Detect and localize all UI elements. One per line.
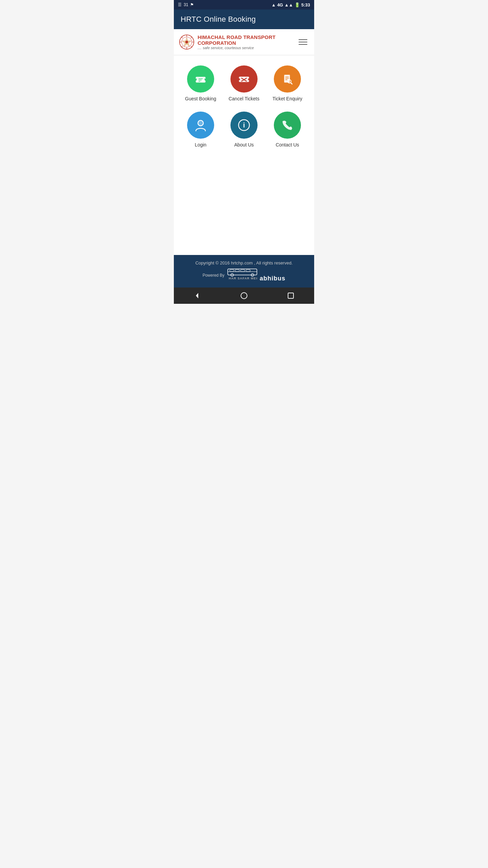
logo-title: HIMACHAL ROAD TRANSPORT CORPORATION <box>198 34 297 46</box>
logo-text: HIMACHAL ROAD TRANSPORT CORPORATION ....… <box>198 34 297 50</box>
status-icons-right: ▲ 4G ▲▲ 🔋 5:33 <box>271 2 310 7</box>
feature-grid: Guest Booking Cancel Tickets <box>181 65 307 147</box>
ticket-enquiry-item[interactable]: Ticket Enquiry <box>272 65 302 101</box>
flag-icon: ⚑ <box>190 2 194 7</box>
ticket-enquiry-icon-circle <box>274 65 301 93</box>
guest-booking-item[interactable]: Guest Booking <box>185 65 216 101</box>
svg-point-44 <box>241 293 247 299</box>
hrtc-logo-emblem <box>179 33 194 51</box>
info-icon: i <box>237 118 251 132</box>
cancel-tickets-item[interactable]: Cancel Tickets <box>228 65 259 101</box>
svg-text:i: i <box>243 121 245 129</box>
contact-us-icon-circle <box>274 112 301 139</box>
status-bar: ☰ 31 ⚑ ▲ 4G ▲▲ 🔋 5:33 <box>174 0 314 9</box>
guest-booking-icon-circle <box>187 65 214 93</box>
phone-icon <box>280 118 294 132</box>
abhibus-brand: HAR SAFAR MEIN AAPKA HUMSAFAR abhibus <box>227 268 285 282</box>
svg-marker-43 <box>196 293 198 298</box>
menu-line-3 <box>299 44 307 45</box>
svg-point-11 <box>185 41 188 43</box>
ticket-icon <box>194 72 208 86</box>
login-item[interactable]: Login <box>187 112 214 147</box>
menu-button[interactable] <box>297 38 309 46</box>
svg-point-21 <box>238 78 240 80</box>
navigation-bar <box>174 288 314 304</box>
ticket-enquiry-label: Ticket Enquiry <box>272 96 302 101</box>
logo-subtitle: .... safe service, courteous service <box>198 46 297 50</box>
battery-icon: 🔋 <box>294 2 300 7</box>
svg-rect-23 <box>284 75 290 83</box>
cancel-tickets-icon-circle <box>230 65 258 93</box>
cancel-ticket-icon <box>237 72 251 86</box>
about-us-item[interactable]: i About Us <box>230 112 258 147</box>
menu-line-2 <box>299 42 307 42</box>
app-bar: HRTC Online Booking <box>174 9 314 29</box>
main-content: Guest Booking Cancel Tickets <box>174 55 314 255</box>
app-title: HRTC Online Booking <box>181 15 256 23</box>
network-label: 4G <box>277 2 283 7</box>
recent-button[interactable] <box>284 289 298 302</box>
powered-by-label: Powered By <box>203 273 225 278</box>
notification-icon: ☰ <box>178 2 182 7</box>
time-display: 5:33 <box>301 2 310 7</box>
home-icon <box>240 292 248 300</box>
contact-us-item[interactable]: Contact Us <box>274 112 301 147</box>
powered-by-section: Powered By HAR SAFAR MEIN AAPKA HUMSAFAR… <box>177 268 311 282</box>
login-label: Login <box>195 142 206 147</box>
cancel-tickets-label: Cancel Tickets <box>228 96 259 101</box>
svg-point-22 <box>248 78 250 80</box>
copyright-text: Copyright © 2016 hrtchp.com , All rights… <box>177 260 311 265</box>
svg-rect-40 <box>241 270 245 272</box>
about-us-label: About Us <box>234 142 254 147</box>
recent-icon <box>287 292 295 300</box>
abhibus-logo-svg: HAR SAFAR MEIN AAPKA HUMSAFAR <box>227 268 258 280</box>
svg-point-15 <box>195 79 197 81</box>
svg-point-16 <box>205 79 207 81</box>
login-icon-circle <box>187 112 214 139</box>
about-us-icon-circle: i <box>230 112 258 139</box>
svg-rect-38 <box>230 270 234 272</box>
header: HIMACHAL ROAD TRANSPORT CORPORATION ....… <box>174 29 314 55</box>
calendar-icon: 31 <box>184 2 188 7</box>
abhibus-logo-text: HAR SAFAR MEIN AAPKA HUMSAFAR abhibus <box>227 275 285 282</box>
svg-rect-34 <box>228 269 257 275</box>
person-icon <box>194 118 208 132</box>
home-button[interactable] <box>237 289 251 302</box>
signal-icon: ▲▲ <box>284 2 293 7</box>
svg-point-31 <box>198 120 203 126</box>
back-icon <box>193 292 201 300</box>
contact-us-label: Contact Us <box>276 142 299 147</box>
menu-line-1 <box>299 39 307 40</box>
svg-rect-39 <box>235 270 239 272</box>
search-doc-icon <box>280 72 294 86</box>
guest-booking-label: Guest Booking <box>185 96 216 101</box>
footer: Copyright © 2016 hrtchp.com , All rights… <box>174 255 314 288</box>
back-button[interactable] <box>190 289 204 302</box>
logo-area: HIMACHAL ROAD TRANSPORT CORPORATION ....… <box>179 33 297 51</box>
svg-rect-45 <box>288 293 293 298</box>
svg-rect-41 <box>246 270 250 272</box>
svg-text:HAR SAFAR MEIN AAPKA HUMSAFAR: HAR SAFAR MEIN AAPKA HUMSAFAR <box>229 277 258 280</box>
svg-line-29 <box>291 83 292 84</box>
wifi-icon: ▲ <box>271 2 276 7</box>
status-icons-left: ☰ 31 ⚑ <box>178 2 194 7</box>
